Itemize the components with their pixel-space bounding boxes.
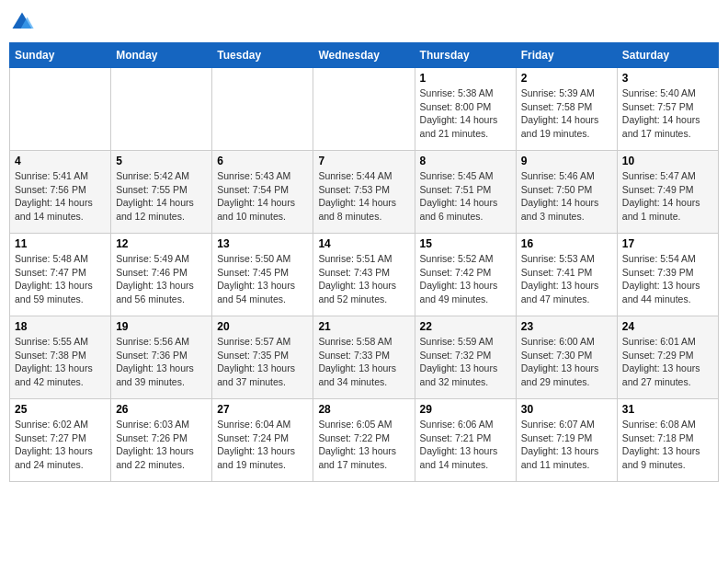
- calendar-cell: 11Sunrise: 5:48 AM Sunset: 7:47 PM Dayli…: [10, 234, 111, 316]
- day-number: 8: [420, 155, 511, 167]
- day-number: 2: [521, 72, 612, 85]
- day-number: 13: [217, 237, 308, 250]
- day-info: Sunrise: 5:51 AM Sunset: 7:43 PM Dayligh…: [318, 252, 409, 306]
- day-info: Sunrise: 5:46 AM Sunset: 7:50 PM Dayligh…: [521, 169, 612, 224]
- day-info: Sunrise: 5:48 AM Sunset: 7:47 PM Dayligh…: [15, 252, 106, 306]
- day-info: Sunrise: 5:56 AM Sunset: 7:36 PM Dayligh…: [116, 335, 207, 389]
- day-info: Sunrise: 5:55 AM Sunset: 7:38 PM Dayligh…: [15, 335, 106, 389]
- calendar-cell: 1Sunrise: 5:38 AM Sunset: 8:00 PM Daylig…: [415, 68, 516, 151]
- day-number: 28: [318, 403, 409, 416]
- day-number: 21: [318, 320, 409, 333]
- day-number: 29: [420, 403, 511, 416]
- calendar-cell: 30Sunrise: 6:07 AM Sunset: 7:19 PM Dayli…: [516, 399, 617, 482]
- day-number: 12: [116, 237, 207, 250]
- calendar-cell: 29Sunrise: 6:06 AM Sunset: 7:21 PM Dayli…: [415, 399, 516, 482]
- day-number: 16: [521, 237, 612, 250]
- calendar-cell: 15Sunrise: 5:52 AM Sunset: 7:42 PM Dayli…: [415, 234, 516, 316]
- day-number: 1: [420, 72, 511, 85]
- day-info: Sunrise: 5:44 AM Sunset: 7:53 PM Dayligh…: [318, 169, 409, 224]
- logo-icon: [9, 9, 35, 35]
- week-row-4: 18Sunrise: 5:55 AM Sunset: 7:38 PM Dayli…: [10, 316, 719, 399]
- calendar-cell: 17Sunrise: 5:54 AM Sunset: 7:39 PM Dayli…: [617, 234, 718, 316]
- calendar-cell: 27Sunrise: 6:04 AM Sunset: 7:24 PM Dayli…: [212, 399, 313, 482]
- header-row: SundayMondayTuesdayWednesdayThursdayFrid…: [10, 43, 719, 68]
- day-info: Sunrise: 6:03 AM Sunset: 7:26 PM Dayligh…: [116, 418, 207, 472]
- day-number: 4: [15, 155, 106, 167]
- calendar-cell: 4Sunrise: 5:41 AM Sunset: 7:56 PM Daylig…: [10, 151, 111, 234]
- day-number: 26: [116, 403, 207, 416]
- calendar-cell: 28Sunrise: 6:05 AM Sunset: 7:22 PM Dayli…: [313, 399, 415, 482]
- column-header-wednesday: Wednesday: [313, 43, 415, 68]
- calendar-cell: 10Sunrise: 5:47 AM Sunset: 7:49 PM Dayli…: [617, 151, 718, 234]
- calendar-cell: 18Sunrise: 5:55 AM Sunset: 7:38 PM Dayli…: [10, 316, 111, 399]
- calendar-cell: 8Sunrise: 5:45 AM Sunset: 7:51 PM Daylig…: [415, 151, 516, 234]
- column-header-sunday: Sunday: [10, 43, 111, 68]
- day-info: Sunrise: 5:39 AM Sunset: 7:58 PM Dayligh…: [521, 86, 612, 141]
- day-number: 11: [15, 237, 106, 250]
- column-header-monday: Monday: [111, 43, 212, 68]
- day-number: 3: [622, 72, 713, 85]
- day-info: Sunrise: 5:38 AM Sunset: 8:00 PM Dayligh…: [420, 86, 511, 141]
- day-number: 17: [622, 237, 713, 250]
- page-header: [9, 9, 719, 35]
- day-info: Sunrise: 5:58 AM Sunset: 7:33 PM Dayligh…: [318, 335, 409, 389]
- day-info: Sunrise: 5:40 AM Sunset: 7:57 PM Dayligh…: [622, 86, 713, 141]
- calendar-cell: 14Sunrise: 5:51 AM Sunset: 7:43 PM Dayli…: [313, 234, 415, 316]
- day-number: 18: [15, 320, 106, 333]
- day-number: 5: [116, 155, 207, 167]
- calendar-cell: 20Sunrise: 5:57 AM Sunset: 7:35 PM Dayli…: [212, 316, 313, 399]
- day-number: 25: [15, 403, 106, 416]
- day-info: Sunrise: 6:08 AM Sunset: 7:18 PM Dayligh…: [622, 418, 713, 472]
- day-number: 6: [217, 155, 308, 167]
- calendar-cell: 5Sunrise: 5:42 AM Sunset: 7:55 PM Daylig…: [111, 151, 212, 234]
- day-number: 14: [318, 237, 409, 250]
- day-info: Sunrise: 6:05 AM Sunset: 7:22 PM Dayligh…: [318, 418, 409, 472]
- calendar-cell: [111, 68, 212, 151]
- calendar-cell: 13Sunrise: 5:50 AM Sunset: 7:45 PM Dayli…: [212, 234, 313, 316]
- day-info: Sunrise: 5:43 AM Sunset: 7:54 PM Dayligh…: [217, 169, 308, 224]
- day-info: Sunrise: 5:49 AM Sunset: 7:46 PM Dayligh…: [116, 252, 207, 306]
- day-number: 30: [521, 403, 612, 416]
- day-number: 15: [420, 237, 511, 250]
- calendar-cell: 26Sunrise: 6:03 AM Sunset: 7:26 PM Dayli…: [111, 399, 212, 482]
- day-number: 20: [217, 320, 308, 333]
- day-info: Sunrise: 5:42 AM Sunset: 7:55 PM Dayligh…: [116, 169, 207, 224]
- calendar-cell: [313, 68, 415, 151]
- day-info: Sunrise: 6:02 AM Sunset: 7:27 PM Dayligh…: [15, 418, 106, 472]
- column-header-tuesday: Tuesday: [212, 43, 313, 68]
- day-info: Sunrise: 6:01 AM Sunset: 7:29 PM Dayligh…: [622, 335, 713, 389]
- calendar-cell: 22Sunrise: 5:59 AM Sunset: 7:32 PM Dayli…: [415, 316, 516, 399]
- day-number: 24: [622, 320, 713, 333]
- day-info: Sunrise: 5:54 AM Sunset: 7:39 PM Dayligh…: [622, 252, 713, 306]
- day-info: Sunrise: 6:00 AM Sunset: 7:30 PM Dayligh…: [521, 335, 612, 389]
- day-info: Sunrise: 6:04 AM Sunset: 7:24 PM Dayligh…: [217, 418, 308, 472]
- calendar-table: SundayMondayTuesdayWednesdayThursdayFrid…: [9, 42, 719, 482]
- calendar-cell: 12Sunrise: 5:49 AM Sunset: 7:46 PM Dayli…: [111, 234, 212, 316]
- calendar-cell: [10, 68, 111, 151]
- day-info: Sunrise: 5:47 AM Sunset: 7:49 PM Dayligh…: [622, 169, 713, 224]
- day-number: 31: [622, 403, 713, 416]
- day-info: Sunrise: 5:57 AM Sunset: 7:35 PM Dayligh…: [217, 335, 308, 389]
- week-row-1: 1Sunrise: 5:38 AM Sunset: 8:00 PM Daylig…: [10, 68, 719, 151]
- day-info: Sunrise: 5:53 AM Sunset: 7:41 PM Dayligh…: [521, 252, 612, 306]
- calendar-cell: 2Sunrise: 5:39 AM Sunset: 7:58 PM Daylig…: [516, 68, 617, 151]
- day-info: Sunrise: 6:06 AM Sunset: 7:21 PM Dayligh…: [420, 418, 511, 472]
- day-info: Sunrise: 5:52 AM Sunset: 7:42 PM Dayligh…: [420, 252, 511, 306]
- day-number: 10: [622, 155, 713, 167]
- day-number: 27: [217, 403, 308, 416]
- calendar-cell: 6Sunrise: 5:43 AM Sunset: 7:54 PM Daylig…: [212, 151, 313, 234]
- calendar-cell: 21Sunrise: 5:58 AM Sunset: 7:33 PM Dayli…: [313, 316, 415, 399]
- calendar-cell: 24Sunrise: 6:01 AM Sunset: 7:29 PM Dayli…: [617, 316, 718, 399]
- day-number: 9: [521, 155, 612, 167]
- calendar-cell: 9Sunrise: 5:46 AM Sunset: 7:50 PM Daylig…: [516, 151, 617, 234]
- day-number: 22: [420, 320, 511, 333]
- week-row-5: 25Sunrise: 6:02 AM Sunset: 7:27 PM Dayli…: [10, 399, 719, 482]
- column-header-thursday: Thursday: [415, 43, 516, 68]
- column-header-friday: Friday: [516, 43, 617, 68]
- day-number: 23: [521, 320, 612, 333]
- day-info: Sunrise: 5:41 AM Sunset: 7:56 PM Dayligh…: [15, 169, 106, 224]
- day-info: Sunrise: 5:45 AM Sunset: 7:51 PM Dayligh…: [420, 169, 511, 224]
- day-info: Sunrise: 5:59 AM Sunset: 7:32 PM Dayligh…: [420, 335, 511, 389]
- calendar-cell: 16Sunrise: 5:53 AM Sunset: 7:41 PM Dayli…: [516, 234, 617, 316]
- calendar-cell: 23Sunrise: 6:00 AM Sunset: 7:30 PM Dayli…: [516, 316, 617, 399]
